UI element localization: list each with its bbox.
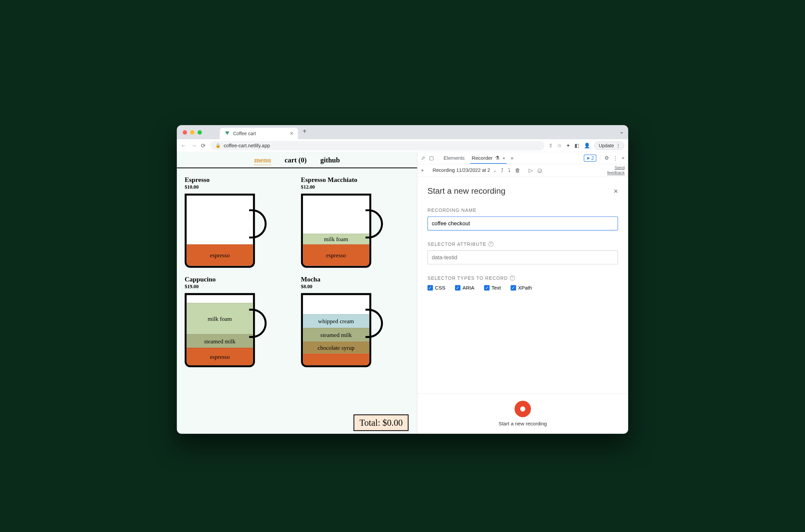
item-price: $10.00 xyxy=(185,184,293,190)
play-icon[interactable]: ▷ xyxy=(529,167,533,173)
page-nav: menu cart (0) github xyxy=(177,152,417,168)
close-form-icon[interactable]: × xyxy=(614,187,618,195)
tabs-menu-icon[interactable]: ⌄ xyxy=(619,128,624,134)
coffee-cup[interactable]: whipped cream steamed milk chocolate syr… xyxy=(301,293,383,367)
menu-grid: Espresso $10.00 espresso Espresso Macchi… xyxy=(177,168,417,375)
close-tab-icon[interactable]: × xyxy=(290,131,293,137)
menu-item: Cappucino $19.00 milk foam steamed milk … xyxy=(185,276,293,367)
delete-icon[interactable]: 🗑 xyxy=(515,167,520,173)
item-name: Espresso Macchiato xyxy=(301,176,409,184)
recording-name-label: RECORDING NAME xyxy=(427,208,618,213)
check-aria[interactable]: ✓ARIA xyxy=(455,285,474,291)
total-box[interactable]: Total: $0.00 xyxy=(354,414,408,431)
nav-cart[interactable]: cart (0) xyxy=(285,156,307,165)
device-toggle-icon[interactable]: ▢ xyxy=(429,155,434,161)
recorder-toolbar: + Recording 11/23/2022 at 2 ⌄ ⤴ ⤵ 🗑 ▷ ◶ … xyxy=(417,164,628,176)
devtools: ⬀ ▢ Elements Recorder ⚗ × » ➤ 2 ⚙ ⋮ × xyxy=(417,152,628,434)
forward-button[interactable]: → xyxy=(191,142,197,149)
layer-espresso: espresso xyxy=(187,245,253,266)
new-tab-button[interactable]: + xyxy=(303,127,307,135)
kebab-icon[interactable]: ⋮ xyxy=(613,155,618,161)
kebab-icon: ⋮ xyxy=(616,143,621,148)
profile-icon[interactable]: 👤 xyxy=(584,142,590,149)
tab-title: Coffee cart xyxy=(233,131,287,136)
help-icon[interactable]: ? xyxy=(488,242,493,247)
coffee-cup[interactable]: espresso xyxy=(185,194,267,268)
cup-handle xyxy=(249,209,267,239)
coffee-cup[interactable]: milk foam espresso xyxy=(301,194,383,268)
bookmark-icon[interactable]: ☆ xyxy=(557,142,562,149)
window-controls xyxy=(183,130,202,134)
import-icon[interactable]: ⤵ xyxy=(508,167,511,173)
settings-icon[interactable]: ⚙ xyxy=(604,155,609,161)
nav-menu[interactable]: menu xyxy=(254,156,271,165)
recorder-footer: Start a new recording xyxy=(417,394,628,434)
extensions-icon[interactable]: ✦ xyxy=(566,142,570,149)
check-text[interactable]: ✓Text xyxy=(484,285,501,291)
recording-name-input[interactable] xyxy=(427,216,618,231)
selector-types-checks: ✓CSS ✓ARIA ✓Text ✓XPath xyxy=(427,285,618,291)
layer-milk-foam: milk foam xyxy=(187,303,253,334)
address-bar[interactable]: 🔒 coffee-cart.netlify.app xyxy=(211,141,545,150)
url-bar: ← → ⟳ 🔒 coffee-cart.netlify.app ⇧ ☆ ✦ ◧ … xyxy=(177,139,628,152)
chat-icon: ➤ xyxy=(586,155,590,161)
tab-recorder[interactable]: Recorder ⚗ × xyxy=(470,152,507,164)
item-name: Espresso xyxy=(185,176,293,184)
help-icon[interactable]: ? xyxy=(510,276,515,281)
add-recording-icon[interactable]: + xyxy=(421,167,424,173)
layer-chocolate-syrup: chocolate syrup xyxy=(303,341,369,354)
minimize-window-button[interactable] xyxy=(190,130,195,134)
close-panel-icon[interactable]: × xyxy=(502,156,505,161)
recording-select[interactable]: Recording 11/23/2022 at 2 ⌄ xyxy=(433,168,496,173)
issues-badge[interactable]: ➤ 2 xyxy=(584,155,596,162)
titlebar: Coffee cart × + ⌄ xyxy=(177,125,628,139)
check-xpath[interactable]: ✓XPath xyxy=(511,285,532,291)
more-tabs-icon[interactable]: » xyxy=(511,155,514,162)
performance-icon[interactable]: ◶ xyxy=(537,167,542,173)
url-actions: ⇧ ☆ ✦ ◧ 👤 Update ⋮ xyxy=(549,141,624,150)
layer-espresso xyxy=(303,354,369,365)
cup-handle xyxy=(365,309,383,338)
layer-whipped-cream: whipped cream xyxy=(303,314,369,328)
layer-milk-foam: milk foam xyxy=(303,234,369,245)
sidepanel-icon[interactable]: ◧ xyxy=(574,142,580,149)
nav-github[interactable]: github xyxy=(321,156,340,165)
maximize-window-button[interactable] xyxy=(198,130,202,134)
layer-espresso: espresso xyxy=(187,348,253,365)
menu-item: Espresso Macchiato $12.00 milk foam espr… xyxy=(301,176,409,268)
send-feedback-link[interactable]: Send feedback xyxy=(607,165,625,175)
reload-button[interactable]: ⟳ xyxy=(201,142,206,149)
browser-tab[interactable]: Coffee cart × xyxy=(220,128,298,139)
layer-steamed-milk: steamed milk xyxy=(187,334,253,348)
back-button[interactable]: ← xyxy=(181,142,186,149)
url-text: coffee-cart.netlify.app xyxy=(224,142,270,148)
layer-steamed-milk: steamed milk xyxy=(303,328,369,342)
inspect-icon[interactable]: ⬀ xyxy=(421,155,425,161)
start-recording-button[interactable] xyxy=(515,401,531,417)
selector-types-label: SELECTOR TYPES TO RECORD ? xyxy=(427,276,618,281)
tab-elements[interactable]: Elements xyxy=(442,152,466,164)
item-price: $12.00 xyxy=(301,184,409,190)
browser-window: Coffee cart × + ⌄ ← → ⟳ 🔒 coffee-cart.ne… xyxy=(177,125,628,434)
cup-handle xyxy=(249,309,267,338)
update-button[interactable]: Update ⋮ xyxy=(594,141,624,150)
lock-icon: 🔒 xyxy=(215,143,221,148)
item-name: Mocha xyxy=(301,276,409,283)
item-price: $19.00 xyxy=(185,284,293,289)
selector-attribute-input[interactable] xyxy=(427,250,618,265)
item-price: $8.00 xyxy=(301,284,409,289)
chevron-down-icon: ⌄ xyxy=(493,168,496,173)
start-recording-label: Start a new recording xyxy=(499,421,547,427)
vue-icon xyxy=(224,131,230,136)
flask-icon: ⚗ xyxy=(495,155,499,161)
content-area: menu cart (0) github Espresso $10.00 esp… xyxy=(177,152,628,434)
close-window-button[interactable] xyxy=(183,130,187,134)
new-recording-form: Start a new recording × RECORDING NAME S… xyxy=(417,176,628,394)
page: menu cart (0) github Espresso $10.00 esp… xyxy=(177,152,418,434)
form-title: Start a new recording xyxy=(427,186,506,196)
export-icon[interactable]: ⤴ xyxy=(501,167,504,173)
share-icon[interactable]: ⇧ xyxy=(549,142,553,149)
coffee-cup[interactable]: milk foam steamed milk espresso xyxy=(185,293,267,367)
check-css[interactable]: ✓CSS xyxy=(427,285,445,291)
close-devtools-icon[interactable]: × xyxy=(622,155,625,161)
